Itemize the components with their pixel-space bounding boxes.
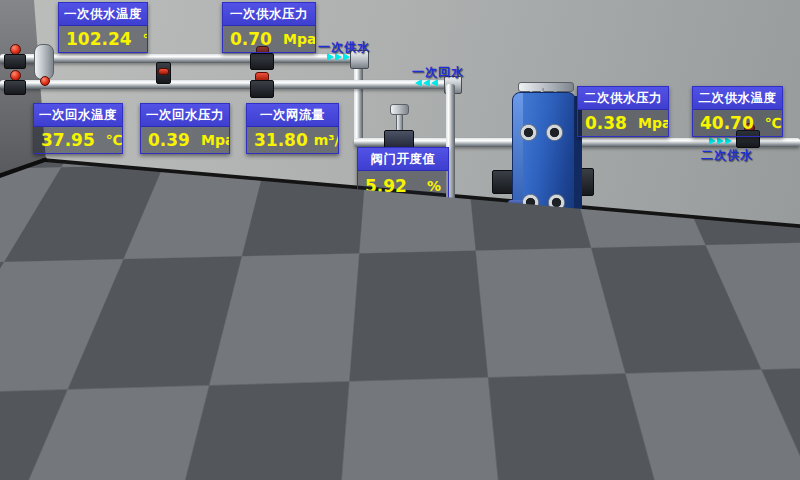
gauge-unit: Hz [350, 407, 368, 423]
gauge-unit: Mpa [201, 132, 229, 148]
pump-outlet [507, 264, 523, 273]
gauge-value: 0.38 [585, 113, 627, 133]
gauge-unit: Mpa [283, 31, 315, 47]
gauge-title: 二次回水温度 [693, 244, 782, 267]
pump-nameplate-stripe [252, 330, 256, 342]
pump-cap [508, 200, 523, 207]
pump-flange [253, 420, 264, 434]
heat-exchanger-carry-bar [518, 82, 574, 92]
gauge-valve-opening[interactable]: 阀门开度值 5.92 % [357, 147, 449, 202]
pump-volute [223, 414, 252, 441]
gauge-title: 二次供水压力 [578, 87, 668, 110]
gauge-primary-return-pressure[interactable]: 一次回水压力 0.39 Mpa [140, 103, 230, 154]
gauge-title: 一次回水压力 [141, 104, 229, 127]
gauge-value-row: 33.88 Hz [283, 402, 368, 428]
gauge-title: 二次回水压力 [578, 244, 665, 267]
valve-body[interactable] [4, 80, 26, 95]
gauge-secondary-return-temp[interactable]: 二次回水温度 36.63 ℃ [692, 243, 783, 294]
pump-volute [430, 240, 458, 266]
gauge-secondary-supply-temp[interactable]: 二次供水温度 40.70 ℃ [692, 86, 783, 137]
gauge-value-row: 5.92 % [358, 171, 448, 201]
pipe-label-secondary-supply: 二次供水 [701, 147, 753, 164]
tank-manway [86, 358, 132, 404]
gauge-primary-supply-pressure[interactable]: 一次供水压力 0.70 Mpa [222, 2, 316, 53]
gauge-primary-flow[interactable]: 一次网流量 31.80 m³/h [246, 103, 339, 154]
flow-arrows-left [487, 295, 502, 303]
gauge-value-row: 102.24 ℃ [59, 26, 147, 52]
pipe-flange [610, 384, 627, 402]
pump-outlet [230, 439, 247, 448]
gauge-value-row: 37.95 ℃ [34, 127, 122, 153]
pipe-primary-return [0, 80, 452, 89]
gauge-value-row: 0.38 Mpa [578, 110, 668, 136]
pump-volute [501, 240, 529, 266]
gauge-makeup-pump-frequency[interactable]: 补水泵频率 33.88 Hz [282, 378, 369, 429]
drain-valve-handle[interactable] [40, 76, 50, 86]
exchanger-port [546, 124, 563, 141]
ladder-rail [154, 296, 157, 384]
heat-exchanger-frame-plate [513, 93, 523, 216]
gauge-primary-supply-temp[interactable]: 一次供水温度 102.24 ℃ [58, 2, 148, 53]
pump-flange [529, 246, 539, 259]
gauge-secondary-return-pressure[interactable]: 二次回水压力 0.27 Mpa [577, 243, 666, 294]
gauge-unit: % [427, 178, 441, 194]
gauge-value: 1.10 [41, 325, 83, 345]
flow-arrows-right [581, 387, 596, 395]
gauge-unit: Mpa [638, 115, 668, 131]
pipe-primary-supply-riser [354, 60, 363, 142]
pump-flange [420, 246, 430, 259]
gauge-title: 一次回水温度 [34, 104, 122, 127]
air-separator[interactable] [34, 44, 54, 80]
gauge-secondary-supply-pressure[interactable]: 二次供水压力 0.38 Mpa [577, 86, 669, 137]
flow-arrows-left [731, 295, 746, 303]
ladder-rung [142, 314, 157, 317]
makeup-pump-2[interactable] [209, 372, 268, 462]
pump-flange [213, 420, 224, 434]
circulation-pump-1[interactable] [416, 200, 472, 286]
gauge-value-row: 31.80 m³/h [247, 127, 338, 153]
gauge-title: 一次供水温度 [59, 3, 147, 26]
gauge-primary-return-temp[interactable]: 一次回水温度 37.95 ℃ [33, 103, 123, 154]
pump-outlet [436, 264, 452, 273]
gauge-unit: ℃ [765, 115, 782, 131]
pipe-flange [792, 292, 800, 309]
valve-body[interactable] [250, 53, 274, 70]
gauge-unit: ℃ [106, 132, 122, 148]
gauge-value: 40.70 [700, 113, 754, 133]
valve-handle[interactable] [158, 68, 169, 75]
gauge-unit: m³/h [314, 132, 338, 148]
valve-body[interactable] [4, 54, 26, 69]
ladder-rung [142, 374, 157, 377]
pump-cap [247, 312, 261, 319]
gauge-value-row: 0.39 Mpa [141, 127, 229, 153]
pump-cap [231, 372, 247, 379]
valve-body[interactable] [250, 80, 274, 98]
gauge-value-row: 0.27 Mpa [578, 267, 665, 293]
gauge-value: 0.70 [230, 29, 272, 49]
gauge-title: 补水泵频率 [283, 379, 368, 402]
tank-leg [112, 410, 120, 464]
gauge-unit: m³ [99, 327, 120, 343]
pump-flange [458, 246, 468, 259]
tank-leg [20, 408, 28, 454]
gauge-title: 阀门开度值 [358, 148, 448, 171]
pipe-label-secondary-return: 二次回水 [717, 307, 769, 324]
ladder-rung [142, 334, 157, 337]
pump-flange [231, 356, 241, 368]
hmi-screen: { "colors": { "gauge_title_bg": "#5252e6… [0, 0, 800, 480]
gauge-value: 37.95 [41, 130, 95, 150]
gauge-value: 36.63 [700, 270, 754, 290]
flow-arrows-right [519, 326, 534, 334]
pipe-secondary-return [452, 296, 800, 305]
tank-leg [64, 410, 72, 462]
pipe-label-makeup: 补水 [583, 397, 609, 414]
gauge-tank-level[interactable]: 水箱液位高度 1.10 m³ [33, 298, 125, 349]
gauge-title: 水箱液位高度 [34, 299, 124, 322]
gauge-value: 33.88 [290, 405, 344, 425]
pump-nameplate-stripe [442, 219, 446, 232]
gauge-value-row: 0.70 Mpa [223, 26, 315, 52]
gauge-value: 31.80 [254, 130, 308, 150]
flow-arrows-right [709, 137, 732, 145]
circulation-pump-2[interactable] [487, 200, 543, 286]
control-valve-actuator[interactable] [390, 104, 409, 115]
